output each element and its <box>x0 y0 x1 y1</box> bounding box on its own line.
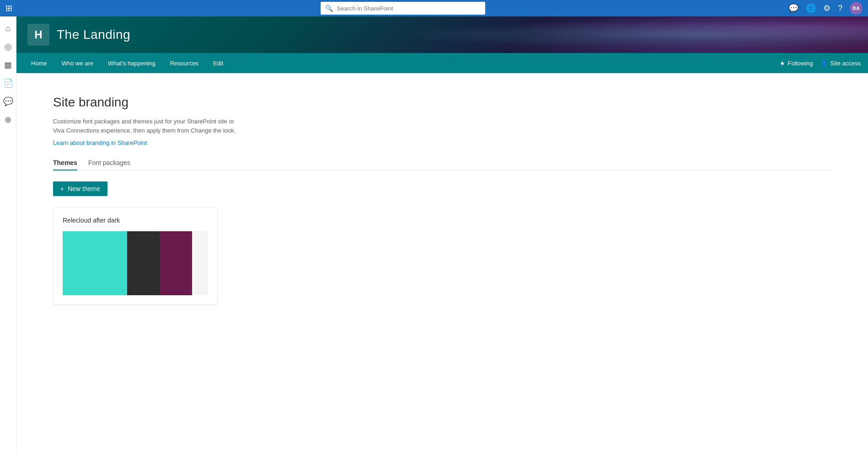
site-logo: H <box>27 24 49 46</box>
nav-item-resources[interactable]: Resources <box>163 53 206 73</box>
color-swatch-purple <box>160 231 192 295</box>
tab-font-packages[interactable]: Font packages <box>88 159 130 170</box>
sidebar-globe-icon[interactable]: ◎ <box>0 38 16 55</box>
color-swatch-white <box>192 231 208 295</box>
page-title: Site branding <box>53 95 831 110</box>
following-label: Following <box>788 60 813 67</box>
plus-icon: + <box>60 185 64 192</box>
new-theme-button[interactable]: + New theme <box>53 181 107 196</box>
nav-item-edit[interactable]: Edit <box>206 53 230 73</box>
search-box: 🔍 <box>321 2 485 15</box>
search-icon: 🔍 <box>325 5 333 12</box>
new-theme-label: New theme <box>68 185 100 192</box>
sidebar-add-icon[interactable]: ⊕ <box>0 112 16 128</box>
theme-card: Relecloud after dark <box>53 207 218 305</box>
color-swatch-dark <box>127 231 160 295</box>
nav-item-whats-happening[interactable]: What's happening <box>101 53 163 73</box>
sidebar-comment-icon[interactable]: 💬 <box>0 93 16 110</box>
nav-right: ★ Following 👤 Site access <box>780 60 861 67</box>
tab-themes[interactable]: Themes <box>53 159 77 170</box>
tabs: Themes Font packages <box>53 159 831 170</box>
search-container: 🔍 <box>18 2 788 15</box>
site-header-bg <box>272 16 868 53</box>
theme-card-title: Relecloud after dark <box>63 217 208 224</box>
sidebar-layers-icon[interactable]: ▦ <box>0 57 16 73</box>
star-icon: ★ <box>780 60 785 67</box>
page-description: Customize font packages and themes just … <box>53 117 245 135</box>
following-button[interactable]: ★ Following <box>780 60 813 67</box>
site-access-button[interactable]: 👤 Site access <box>820 60 861 67</box>
network-icon[interactable]: 🌐 <box>806 3 816 13</box>
avatar[interactable]: BA <box>850 2 863 15</box>
top-bar-actions: 💬 🌐 ⚙ ? BA <box>788 2 863 15</box>
content-area: Site branding Customize font packages an… <box>16 73 868 452</box>
top-bar: ⊞ 🔍 💬 🌐 ⚙ ? BA <box>0 0 868 16</box>
settings-icon[interactable]: ⚙ <box>823 3 830 13</box>
site-title: The Landing <box>57 27 130 42</box>
nav-items: Home Who we are What's happening Resourc… <box>24 53 230 73</box>
help-icon[interactable]: ? <box>838 4 842 13</box>
waffle-icon[interactable]: ⊞ <box>5 3 12 13</box>
main-wrapper: H The Landing Home Who we are What's hap… <box>16 16 868 452</box>
chat-icon[interactable]: 💬 <box>788 3 798 13</box>
nav-bar: Home Who we are What's happening Resourc… <box>16 53 868 73</box>
sidebar-home-icon[interactable]: ⌂ <box>0 20 16 37</box>
learn-link[interactable]: Learn about branding in SharePoint <box>53 139 147 146</box>
left-sidebar: ⌂ ◎ ▦ 📄 💬 ⊕ <box>0 16 16 452</box>
site-header: H The Landing <box>16 16 868 53</box>
site-access-label: Site access <box>830 60 861 67</box>
people-icon: 👤 <box>820 60 828 67</box>
nav-item-who-we-are[interactable]: Who we are <box>54 53 101 73</box>
search-input[interactable] <box>337 5 481 12</box>
nav-item-home[interactable]: Home <box>24 53 54 73</box>
sidebar-document-icon[interactable]: 📄 <box>0 75 16 91</box>
theme-colors <box>63 231 208 295</box>
color-swatch-teal <box>63 231 127 295</box>
